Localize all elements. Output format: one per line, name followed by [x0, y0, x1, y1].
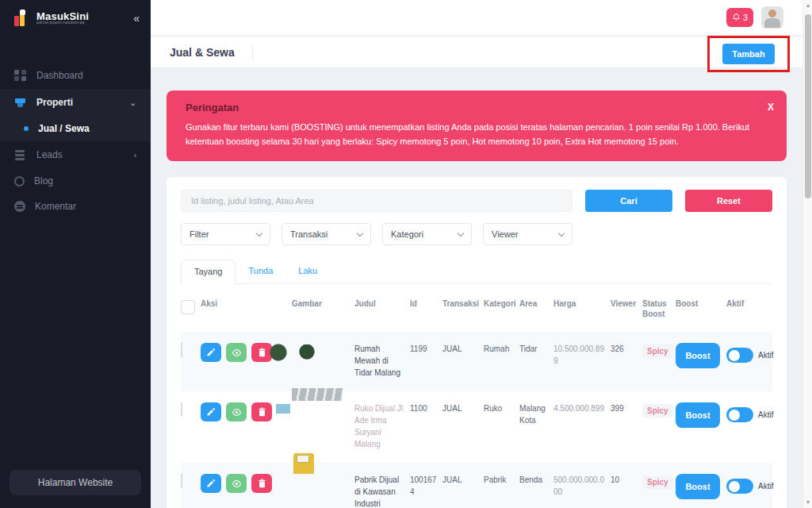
title-bar: Jual & Sewa Tambah	[151, 37, 802, 68]
app-window: MasukSini jual beli properti masuksini a…	[0, 0, 812, 508]
status-badge: Spicy	[642, 404, 673, 418]
table-row: Pabrik Dijual di Kawasan Industri Jurumu…	[181, 463, 772, 508]
col-aksi: Aksi	[201, 298, 292, 309]
col-gambar: Gambar	[292, 298, 354, 309]
chevron-down-icon	[256, 230, 262, 237]
sidebar-menu: Dashboard Properti ⌄ Jual / Sewa Leads ›…	[0, 62, 151, 219]
sidebar-item-properti[interactable]: Properti ⌄	[0, 89, 151, 116]
avatar[interactable]	[761, 6, 783, 29]
sidebar: MasukSini jual beli properti masuksini a…	[0, 0, 151, 508]
tab-tunda[interactable]: Tunda	[236, 260, 285, 283]
boost-button[interactable]: Boost	[676, 343, 720, 368]
scroll-down-arrow[interactable]: ▼	[803, 497, 812, 508]
listing-kategori: Pabrik	[484, 474, 519, 486]
bell-icon	[732, 13, 741, 22]
kategori-label: Kategori	[391, 229, 423, 239]
row-checkbox[interactable]	[181, 342, 182, 357]
listing-id: 1100	[410, 402, 442, 414]
filter-dropdown[interactable]: Filter	[181, 223, 270, 245]
aktif-label: Aktif	[758, 351, 773, 360]
delete-button[interactable]	[251, 402, 272, 421]
table-row: Ruko Dijual Jl Ade Irma Suryani Malang 1…	[181, 391, 772, 463]
view-button[interactable]	[226, 343, 247, 362]
cari-button[interactable]: Cari	[585, 190, 672, 212]
listing-id: 1001674	[410, 474, 442, 498]
tab-laku[interactable]: Laku	[285, 260, 330, 283]
filter-label: Filter	[190, 229, 209, 239]
listing-title: Pabrik Dijual di Kawasan Industri Jurumu…	[354, 474, 410, 508]
edit-button[interactable]	[201, 474, 221, 493]
listing-id: 1199	[410, 343, 442, 355]
viewer-dropdown[interactable]: Viewer	[483, 223, 573, 245]
scrollbar-thumb[interactable]	[805, 14, 811, 198]
reset-button[interactable]: Reset	[685, 190, 772, 212]
aktif-toggle[interactable]	[726, 348, 753, 363]
close-icon[interactable]: X	[768, 102, 774, 113]
chevron-down-icon	[558, 230, 565, 237]
brand-name: MasukSini	[36, 11, 89, 22]
listing-viewer: 10	[611, 474, 642, 486]
sidebar-collapse-icon[interactable]: «	[133, 12, 140, 25]
sidebar-item-label: Properti	[36, 97, 73, 108]
listing-table: Aksi Gambar Judul Id Transaksi Kategori …	[181, 284, 772, 508]
topbar: 3	[151, 0, 802, 36]
sidebar-item-komentar[interactable]: Komentar	[0, 194, 151, 219]
halaman-website-button[interactable]: Halaman Website	[10, 470, 141, 495]
sidebar-item-leads[interactable]: Leads ›	[0, 141, 151, 168]
aktif-toggle[interactable]	[726, 407, 753, 422]
sidebar-item-dashboard[interactable]: Dashboard	[0, 62, 151, 89]
select-all-checkbox[interactable]	[181, 300, 195, 314]
row-actions	[201, 474, 292, 493]
listing-area: Benda	[519, 474, 553, 486]
status-tabs: Tayang Tunda Laku	[181, 260, 772, 284]
tambah-button[interactable]: Tambah	[722, 44, 775, 64]
listing-transaksi: JUAL	[442, 343, 484, 355]
edit-button[interactable]	[201, 343, 221, 362]
listing-area: Malang Kota	[519, 402, 553, 426]
view-button[interactable]	[226, 474, 247, 493]
status-badge: Spicy	[642, 344, 673, 358]
logo: MasukSini jual beli properti masuksini a…	[0, 0, 151, 35]
boost-button[interactable]: Boost	[676, 402, 720, 428]
status-badge: Spicy	[642, 475, 673, 489]
listing-harga: 500.000.000.000	[553, 474, 611, 498]
row-checkbox[interactable]	[181, 402, 182, 417]
view-button[interactable]	[226, 402, 247, 421]
listing-title: Rumah Mewah di Tidar Malang	[354, 343, 410, 379]
title-divider	[252, 45, 253, 60]
row-checkbox[interactable]	[181, 473, 182, 488]
sidebar-item-blog[interactable]: Blog	[0, 168, 151, 194]
sidebar-item-jual-sewa[interactable]: Jual / Sewa	[0, 116, 151, 141]
boost-button[interactable]: Boost	[676, 474, 720, 499]
listing-title: Ruko Dijual Jl Ade Irma Suryani Malang	[354, 402, 410, 450]
transaksi-label: Transaksi	[290, 229, 327, 239]
notification-button[interactable]: 3	[726, 8, 753, 27]
scrollbar[interactable]: ▲ ▼	[802, 0, 812, 508]
aktif-label: Aktif	[758, 482, 773, 491]
listing-transaksi: JUAL	[442, 474, 484, 486]
listing-harga: 4.500.000.899	[553, 402, 611, 414]
blog-icon	[14, 176, 25, 187]
comment-icon	[14, 201, 25, 212]
listing-panel: Cari Reset Filter Transaksi Kategori Vie…	[167, 177, 787, 508]
search-row: Cari Reset	[181, 190, 772, 212]
listing-transaksi: JUAL	[442, 402, 484, 414]
delete-button[interactable]	[251, 474, 272, 493]
chevron-down-icon: ⌄	[130, 98, 136, 107]
sidebar-item-label: Blog	[34, 175, 53, 187]
properti-icon	[14, 96, 27, 109]
banner-body: Gunakan fitur terbaru kami (BOOSTING) un…	[186, 120, 752, 148]
search-input[interactable]	[181, 190, 573, 212]
transaksi-dropdown[interactable]: Transaksi	[282, 223, 371, 245]
edit-button[interactable]	[201, 402, 221, 421]
listing-harga: 10.500.000.899	[553, 343, 611, 367]
col-transaksi: Transaksi	[442, 298, 484, 309]
filter-row: Filter Transaksi Kategori Viewer	[181, 223, 772, 245]
aktif-toggle[interactable]	[726, 479, 753, 494]
tab-tayang[interactable]: Tayang	[181, 260, 236, 284]
col-boost: Boost	[676, 298, 726, 309]
kategori-dropdown[interactable]: Kategori	[382, 223, 472, 245]
col-harga: Harga	[553, 298, 611, 309]
brand-tagline: jual beli properti masuksini aja	[36, 21, 89, 25]
scroll-up-arrow[interactable]: ▲	[803, 0, 812, 11]
